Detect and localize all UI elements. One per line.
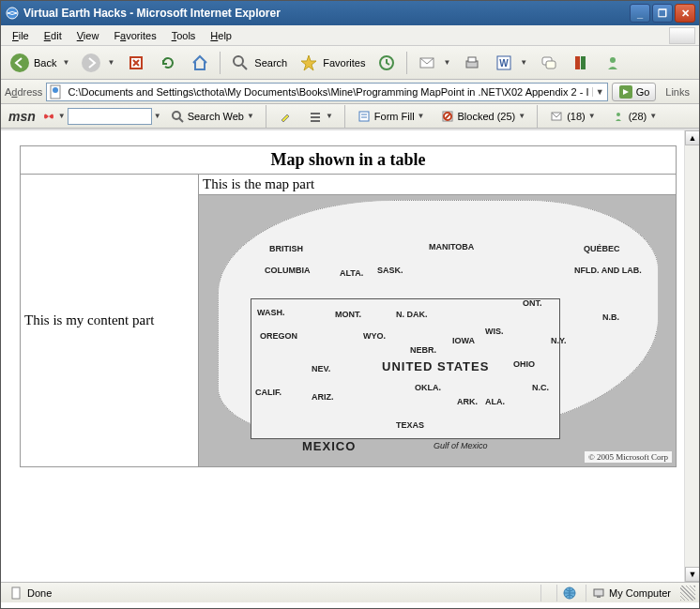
map-text: MONT.: [335, 310, 361, 319]
chevron-down-icon[interactable]: ▼: [58, 112, 66, 120]
address-label: Address: [5, 86, 42, 98]
menu-tools[interactable]: Tools: [164, 28, 204, 43]
chevron-down-icon: ▼: [247, 112, 254, 120]
chevron-down-icon: ▼: [418, 112, 425, 120]
ie-icon: [5, 6, 20, 21]
separator: [344, 105, 345, 128]
minimize-button[interactable]: _: [630, 4, 650, 23]
forward-button[interactable]: ▼: [76, 50, 119, 76]
chevron-down-icon: ▼: [62, 58, 69, 67]
svg-rect-12: [546, 61, 555, 69]
maximize-button[interactable]: ❐: [652, 4, 673, 23]
separator: [537, 105, 538, 128]
svg-rect-21: [311, 116, 320, 118]
msn-search-input[interactable]: [68, 108, 152, 125]
scroll-down-button[interactable]: ▼: [685, 567, 699, 582]
history-button[interactable]: [372, 50, 402, 76]
word-icon: W: [494, 53, 514, 73]
map-copyright: © 2005 Microsoft Corp: [585, 451, 672, 463]
blocked-icon: [440, 109, 455, 124]
address-input[interactable]: [66, 84, 591, 100]
content-cell: This is my content part: [21, 175, 199, 467]
chevron-down-icon: ▼: [107, 58, 114, 67]
svg-point-2: [82, 53, 100, 72]
popup-blocked-button[interactable]: Blocked (25) ▼: [434, 107, 533, 126]
map-text: N. DAK.: [396, 310, 428, 319]
messenger-button[interactable]: [598, 50, 628, 76]
svg-point-4: [234, 56, 243, 66]
messenger-button[interactable]: (28) ▼: [604, 107, 663, 126]
search-icon: [170, 109, 185, 124]
chevron-down-icon[interactable]: ▼: [154, 112, 161, 120]
menu-edit[interactable]: Edit: [37, 28, 69, 43]
mail-icon: [549, 109, 564, 124]
discuss-button[interactable]: [534, 50, 564, 76]
svg-rect-23: [359, 112, 369, 121]
status-text-pane: Done: [5, 585, 537, 601]
chevron-down-icon: ▼: [518, 112, 525, 120]
go-button[interactable]: Go: [612, 83, 657, 101]
print-button[interactable]: [457, 50, 487, 76]
separator: [406, 52, 407, 74]
menu-file[interactable]: File: [5, 28, 37, 43]
svg-rect-13: [575, 56, 580, 69]
status-pane: [540, 585, 553, 601]
map-text: OKLA.: [415, 383, 441, 392]
search-button[interactable]: Search: [225, 50, 292, 76]
status-text: Done: [27, 587, 52, 599]
resize-grip[interactable]: [680, 586, 695, 601]
map-label: This is the map part: [199, 175, 676, 194]
vertical-scrollbar[interactable]: ▲ ▼: [684, 130, 699, 582]
chevron-down-icon: ▼: [649, 112, 657, 120]
options-button[interactable]: ▼: [301, 107, 340, 126]
stop-button[interactable]: [121, 50, 151, 76]
separator: [266, 105, 266, 128]
separator: [220, 52, 221, 74]
scroll-up-button[interactable]: ▲: [685, 130, 699, 145]
form-fill-button[interactable]: Form Fill ▼: [350, 107, 432, 126]
map-text: BRITISH: [269, 244, 303, 253]
refresh-button[interactable]: [153, 50, 183, 76]
map[interactable]: BRITISH COLUMBIA ALTA. SASK. MANITOBA ON…: [199, 194, 676, 466]
globe-icon: [563, 586, 576, 600]
svg-point-15: [610, 57, 616, 63]
links-label[interactable]: Links: [660, 86, 695, 98]
home-icon: [190, 53, 210, 73]
map-text: WASH.: [257, 308, 285, 317]
computer-icon: [592, 586, 605, 600]
address-dropdown[interactable]: ▼: [592, 87, 607, 97]
map-text: ALTA.: [340, 268, 363, 278]
back-button[interactable]: Back ▼: [5, 50, 74, 76]
menu-help[interactable]: Help: [203, 28, 239, 43]
menu-view[interactable]: View: [69, 28, 107, 43]
mail-button[interactable]: ▼: [412, 50, 455, 76]
edit-button[interactable]: W ▼: [489, 50, 532, 76]
map-text: ALA.: [485, 397, 505, 406]
content-area: Map shown in a table This is my content …: [1, 129, 699, 582]
close-button[interactable]: ✕: [675, 4, 695, 23]
map-text: ONT.: [523, 298, 542, 308]
home-button[interactable]: [185, 50, 215, 76]
hotmail-button[interactable]: (18) ▼: [542, 107, 601, 126]
address-bar: Address ▼ Go Links: [1, 80, 699, 104]
msn-logo[interactable]: msn: [5, 109, 39, 124]
research-button[interactable]: [566, 50, 596, 76]
butterfly-icon: [41, 109, 56, 124]
svg-rect-20: [311, 113, 320, 114]
map-text: UNITED STATES: [382, 359, 489, 373]
windows-flag-icon[interactable]: [669, 27, 695, 44]
address-combo[interactable]: ▼: [46, 83, 607, 101]
search-web-button[interactable]: Search Web ▼: [163, 107, 261, 126]
svg-point-19: [173, 112, 180, 119]
status-bar: Done My Computer: [1, 582, 699, 602]
map-text: N.Y.: [551, 336, 567, 345]
favorites-button[interactable]: Favorites: [294, 50, 370, 76]
map-text: N.B.: [602, 312, 619, 322]
highlight-button[interactable]: [271, 107, 299, 126]
table-heading: Map shown in a table: [21, 146, 677, 175]
map-text: Gulf of Mexico: [434, 441, 488, 450]
svg-point-27: [616, 113, 620, 116]
research-icon: [571, 53, 591, 73]
svg-text:W: W: [500, 58, 510, 69]
menu-favorites[interactable]: Favorites: [106, 28, 163, 43]
